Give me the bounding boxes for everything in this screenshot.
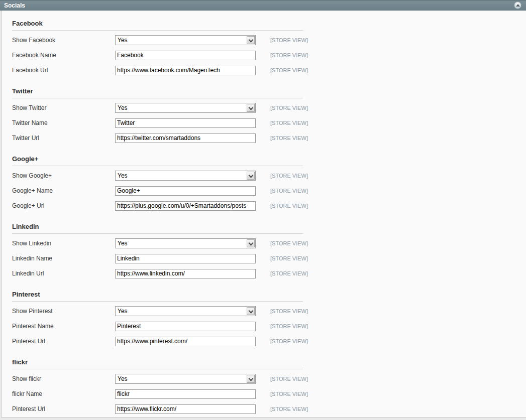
panel-title: Socials xyxy=(0,1,25,11)
section-heading-twitter: Twitter xyxy=(12,87,303,98)
flickr-name-label: flickr Name xyxy=(12,390,115,397)
show-linkedin-label: Show Linkedin xyxy=(12,240,115,247)
scope-label: [STORE VIEW] xyxy=(270,323,308,329)
config-row: Pinterest Name[STORE VIEW] xyxy=(12,319,526,334)
scope-label: [STORE VIEW] xyxy=(270,105,308,111)
select-value: Yes xyxy=(118,308,128,315)
field-cell: Yes xyxy=(115,306,256,316)
config-sections: FacebookShow FacebookYes[STORE VIEW]Face… xyxy=(2,11,526,416)
facebook-url-label: Facebook Url xyxy=(12,67,115,74)
field-cell xyxy=(115,321,256,331)
google-url-input[interactable] xyxy=(115,201,256,211)
linkedin-url-label: Linkedin Url xyxy=(12,270,115,277)
show-twitter-label: Show Twitter xyxy=(12,104,115,111)
chevron-down-icon xyxy=(249,38,254,43)
pinterest-url-input[interactable] xyxy=(115,337,256,346)
config-row: Twitter Name[STORE VIEW] xyxy=(12,115,526,130)
field-cell xyxy=(115,253,256,263)
show-google-label: Show Google+ xyxy=(12,172,115,179)
twitter-url-input[interactable] xyxy=(115,133,256,143)
collapse-up-icon xyxy=(516,4,520,7)
select-value: Yes xyxy=(118,37,128,44)
linkedin-url-input[interactable] xyxy=(115,269,256,278)
section-rows: Show PinterestYes[STORE VIEW]Pinterest N… xyxy=(12,302,526,349)
select-value: Yes xyxy=(118,240,128,247)
google-name-input[interactable] xyxy=(115,186,256,196)
config-fieldset: FacebookShow FacebookYes[STORE VIEW]Face… xyxy=(1,11,526,417)
scope-label: [STORE VIEW] xyxy=(270,173,308,179)
panel-header: Socials xyxy=(0,0,526,11)
section-heading-facebook: Facebook xyxy=(12,20,303,31)
scope-label: [STORE VIEW] xyxy=(270,308,308,314)
section-pinterest: PinterestShow PinterestYes[STORE VIEW]Pi… xyxy=(12,291,526,349)
config-row: Pinterest Url[STORE VIEW] xyxy=(12,401,526,416)
select-value: Yes xyxy=(118,172,128,179)
config-row: Show Google+Yes[STORE VIEW] xyxy=(12,168,526,183)
config-row: flickr Name[STORE VIEW] xyxy=(12,386,526,401)
chevron-down-icon xyxy=(249,309,254,314)
pinterest-url-input[interactable] xyxy=(115,404,256,414)
scope-label: [STORE VIEW] xyxy=(270,135,308,141)
section-flickr: flickrShow flickrYes[STORE VIEW]flickr N… xyxy=(12,358,526,416)
linkedin-name-input[interactable] xyxy=(115,254,256,263)
scope-label: [STORE VIEW] xyxy=(270,188,308,194)
dropdown-arrow-button[interactable] xyxy=(247,172,255,180)
config-row: Pinterest Url[STORE VIEW] xyxy=(12,334,526,349)
field-cell xyxy=(115,268,256,278)
select-value: Yes xyxy=(118,104,128,111)
section-heading-pinterest: Pinterest xyxy=(12,291,303,302)
select-value: Yes xyxy=(118,375,128,382)
dropdown-arrow-button[interactable] xyxy=(247,36,255,44)
dropdown-arrow-button[interactable] xyxy=(247,239,255,247)
show-flickr-select[interactable]: Yes xyxy=(115,374,256,384)
twitter-name-input[interactable] xyxy=(115,118,256,128)
show-google-select[interactable]: Yes xyxy=(115,171,256,181)
show-linkedin-select[interactable]: Yes xyxy=(115,238,256,248)
section-rows: Show LinkedinYes[STORE VIEW]Linkedin Nam… xyxy=(12,234,526,281)
section-linkedin: LinkedinShow LinkedinYes[STORE VIEW]Link… xyxy=(12,223,526,281)
flickr-name-input[interactable] xyxy=(115,389,256,399)
section-rows: Show Google+Yes[STORE VIEW]Google+ Name[… xyxy=(12,166,526,213)
field-cell: Yes xyxy=(115,171,256,181)
field-cell xyxy=(115,186,256,196)
field-cell xyxy=(115,336,256,346)
twitter-url-label: Twitter Url xyxy=(12,134,115,142)
config-row: Linkedin Url[STORE VIEW] xyxy=(12,266,526,281)
show-twitter-select[interactable]: Yes xyxy=(115,103,256,113)
section-twitter: TwitterShow TwitterYes[STORE VIEW]Twitte… xyxy=(12,87,526,146)
scope-label: [STORE VIEW] xyxy=(270,120,308,126)
config-row: Facebook Name[STORE VIEW] xyxy=(12,48,526,63)
scope-label: [STORE VIEW] xyxy=(270,240,308,246)
collapse-button[interactable] xyxy=(514,2,521,9)
config-row: Google+ Url[STORE VIEW] xyxy=(12,198,526,213)
chevron-down-icon xyxy=(249,173,254,178)
config-row: Show LinkedinYes[STORE VIEW] xyxy=(12,236,526,251)
config-row: Linkedin Name[STORE VIEW] xyxy=(12,251,526,266)
dropdown-arrow-button[interactable] xyxy=(247,104,255,112)
linkedin-name-label: Linkedin Name xyxy=(12,255,115,262)
show-facebook-label: Show Facebook xyxy=(12,37,115,44)
show-facebook-select[interactable]: Yes xyxy=(115,35,256,45)
config-row: Facebook Url[STORE VIEW] xyxy=(12,63,526,78)
facebook-url-input[interactable] xyxy=(115,66,256,75)
config-row: Show FacebookYes[STORE VIEW] xyxy=(12,33,526,48)
scope-label: [STORE VIEW] xyxy=(270,67,308,73)
field-cell: Yes xyxy=(115,238,256,248)
pinterest-name-input[interactable] xyxy=(115,322,256,331)
section-heading-flickr: flickr xyxy=(12,358,303,369)
facebook-name-input[interactable] xyxy=(115,51,256,60)
show-pinterest-select[interactable]: Yes xyxy=(115,306,256,316)
show-pinterest-label: Show Pinterest xyxy=(12,308,115,315)
config-row: Twitter Url[STORE VIEW] xyxy=(12,130,526,146)
google-name-label: Google+ Name xyxy=(12,187,115,194)
field-cell xyxy=(115,118,256,128)
field-cell xyxy=(115,133,256,143)
section-heading-linkedin: Linkedin xyxy=(12,223,303,234)
dropdown-arrow-button[interactable] xyxy=(247,307,255,315)
dropdown-arrow-button[interactable] xyxy=(247,375,255,383)
field-cell xyxy=(115,50,256,60)
field-cell xyxy=(115,201,256,211)
chevron-down-icon xyxy=(249,241,254,246)
chevron-down-icon xyxy=(249,376,254,381)
twitter-name-label: Twitter Name xyxy=(12,119,115,126)
